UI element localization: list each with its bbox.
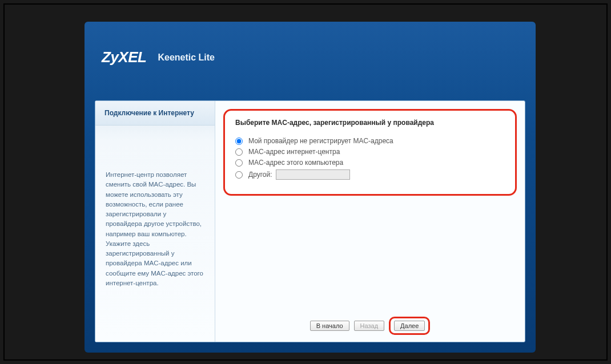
radio-other[interactable]: Другой:: [235, 169, 505, 180]
radio-router-mac-input[interactable]: [235, 148, 243, 156]
other-mac-input[interactable]: [276, 169, 350, 180]
radio-router-mac[interactable]: MAC-адрес интернет-центра: [235, 148, 505, 156]
logo: ZyXEL: [102, 48, 146, 66]
header: ZyXEL Keenetic Lite: [85, 22, 536, 76]
next-button[interactable]: Далее: [394, 321, 425, 331]
radio-other-input[interactable]: [235, 171, 243, 179]
radio-router-mac-label: MAC-адрес интернет-центра: [248, 148, 340, 156]
radio-no-register[interactable]: Мой провайдер не регистрирует MAC-адреса: [235, 137, 505, 145]
back-button[interactable]: Назад: [354, 321, 385, 331]
radio-no-register-input[interactable]: [235, 137, 243, 145]
radio-no-register-label: Мой провайдер не регистрирует MAC-адреса: [248, 137, 393, 145]
sidebar: Подключение к Интернету Интернет-центр п…: [95, 101, 215, 342]
start-button[interactable]: В начало: [310, 321, 349, 331]
wizard-footer: В начало Назад Далее: [215, 317, 525, 335]
router-admin-window: ZyXEL Keenetic Lite Подключение к Интерн…: [85, 22, 536, 353]
radio-other-label: Другой:: [248, 171, 272, 179]
radio-pc-mac-input[interactable]: [235, 159, 243, 167]
radio-pc-mac-label: MAC-адрес этого компьютера: [248, 159, 343, 167]
wizard-panel: Подключение к Интернету Интернет-центр п…: [95, 100, 525, 342]
content-area: Выберите MAC-адрес, зарегистрированный у…: [215, 101, 525, 342]
help-text: Интернет-центр позволяет сменить свой MA…: [95, 126, 215, 298]
tab-internet-connection[interactable]: Подключение к Интернету: [95, 101, 215, 126]
product-name: Keenetic Lite: [158, 52, 215, 63]
radio-pc-mac[interactable]: MAC-адрес этого компьютера: [235, 159, 505, 167]
screenshot-frame: ZyXEL Keenetic Lite Подключение к Интерн…: [3, 3, 608, 361]
mac-selection-highlight: Выберите MAC-адрес, зарегистрированный у…: [223, 109, 517, 196]
form-title: Выберите MAC-адрес, зарегистрированный у…: [235, 119, 505, 127]
next-button-highlight: Далее: [389, 317, 430, 335]
